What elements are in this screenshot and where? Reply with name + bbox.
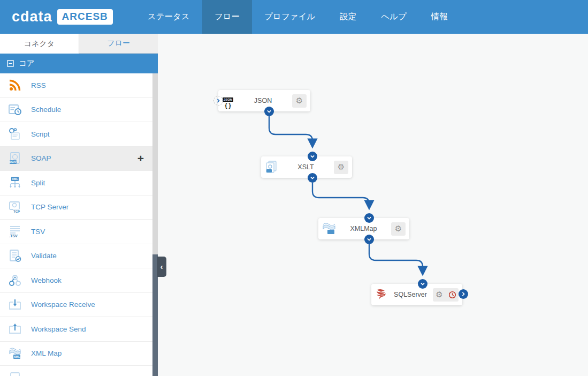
sidebar-tabs: コネクタ フロー [0,34,158,54]
node-label: SQLServer [388,291,433,298]
flow-node-sqlserver[interactable]: SQLServer ⚙ [371,284,462,305]
nav-menu: ステータス フロー プロファイル 設定 ヘルプ 情報 [135,0,460,34]
node-label: XMLMap [336,225,391,232]
connection-xmlmap-sqlserver [369,244,423,274]
xmlmap-output-port[interactable] [364,235,374,244]
flow-node-json[interactable]: JSON { } JSON ⚙ [218,90,310,111]
validate-icon [8,249,22,263]
list-item-partial[interactable] [0,366,152,376]
list-item-workspace-send[interactable]: Workspace Send [0,317,152,342]
list-item-workspace-receive[interactable]: Workspace Receive [0,293,152,318]
node-label: XSLT [278,163,334,171]
automation-disabled-clock-icon [448,291,456,299]
workspace-receive-icon [8,298,22,312]
automation-disabled-button[interactable] [446,291,459,299]
list-item-label: RSS [31,81,152,89]
nav-item-status[interactable]: ステータス [135,0,202,34]
connection-xslt-xmlmap [312,183,369,208]
node-settings-button[interactable]: ⚙ [292,94,307,108]
gear-icon: ⚙ [395,224,402,234]
webhook-icon [8,273,22,287]
list-item-label: Script [31,130,152,138]
nav-item-settings[interactable]: 設定 [327,0,369,34]
list-item-schedule[interactable]: Schedule [0,98,152,123]
brand-logo[interactable]: cdata ARCESB [12,0,113,34]
collapse-section-icon [7,60,14,67]
list-item-webhook[interactable]: Webhook [0,268,152,293]
sqlserver-output-port[interactable] [459,289,468,299]
svg-text:TCP: TCP [13,210,20,213]
add-connector-button[interactable]: + [138,153,144,164]
list-item-label: Webhook [31,276,152,284]
script-icon [8,127,22,141]
list-item-label: Schedule [31,106,152,114]
node-label: JSON [234,97,292,104]
chevron-down-icon [365,214,373,222]
list-item-label: Split [31,179,152,187]
tab-connectors[interactable]: コネクタ [0,34,79,54]
json-output-port[interactable] [264,107,274,116]
connector-list: RSS Schedule [0,73,152,376]
nav-item-info[interactable]: 情報 [419,0,460,34]
chevron-down-icon [265,108,273,115]
list-item-tsv[interactable]: .TSV TSV [0,220,152,244]
split-icon: XML [8,176,22,190]
list-item-label: Workspace Receive [31,300,152,309]
xslt-input-port[interactable] [308,152,317,161]
workspace-send-icon [8,322,22,336]
xslt-output-port[interactable] [308,173,317,183]
node-settings-button[interactable]: ⚙ [433,290,446,299]
flow-connections [158,34,588,376]
top-nav: cdata ARCESB ステータス フロー プロファイル 設定 ヘルプ 情報 [0,0,588,34]
rss-icon [8,78,22,92]
list-item-script[interactable]: Script [0,122,152,147]
flow-node-xslt[interactable]: XSLT ⚙ [261,156,352,178]
svg-text:XML: XML [12,177,18,181]
gear-icon: ⚙ [338,162,345,172]
nav-item-help[interactable]: ヘルプ [369,0,419,34]
flow-canvas[interactable]: JSON { } JSON ⚙ XSL [158,34,588,376]
list-item-label: SOAP [31,154,128,162]
svg-text:XML: XML [14,355,20,358]
node-settings-button[interactable]: ⚙ [334,161,348,174]
list-item-label: Validate [31,252,152,260]
chevron-down-icon [419,280,426,288]
list-item-label: XML Map [31,349,152,357]
sidebar-scrollbar[interactable] [152,73,158,376]
chevron-down-icon [309,153,316,160]
xmlmap-input-port[interactable] [364,213,374,223]
chevron-left-icon: ‹ [161,262,163,271]
soap-icon: SOAP [8,152,22,166]
chevron-down-icon [365,236,373,243]
tcp-server-icon: TCP [8,200,22,214]
chevron-right-icon [460,290,467,298]
partial-item-icon [8,371,22,376]
gear-icon: ⚙ [436,290,442,299]
list-item-split[interactable]: XML Split [0,171,152,195]
json-input-port[interactable] [213,96,223,106]
chevron-right-icon [215,97,222,104]
list-item-tcp-server[interactable]: TCP TCP Server [0,195,152,220]
list-item-rss[interactable]: RSS [0,73,152,98]
nav-item-profile[interactable]: プロファイル [252,0,327,34]
section-header-core[interactable]: コア [0,54,158,73]
xmlmap-icon [322,222,336,235]
sidebar-collapse-handle[interactable]: ‹ [157,257,166,277]
nav-item-flow[interactable]: フロー [202,0,252,34]
svg-text:.TSV: .TSV [9,234,18,238]
sqlserver-input-port[interactable] [418,279,427,289]
flow-node-xmlmap[interactable]: XMLMap ⚙ [318,218,409,239]
gear-icon: ⚙ [296,96,303,106]
schedule-icon [8,103,22,117]
list-item-validate[interactable]: Validate [0,244,152,269]
list-item-label: TCP Server [31,203,152,211]
tsv-icon: .TSV [8,224,22,238]
tab-flows[interactable]: フロー [79,34,158,54]
xml-map-icon: XML [8,347,22,360]
arcesb-badge: ARCESB [57,9,113,25]
sidebar: コネクタ フロー コア RSS [0,34,158,376]
list-item-soap[interactable]: SOAP SOAP + [0,147,152,171]
node-action-group: ⚙ [433,288,459,302]
node-settings-button[interactable]: ⚙ [391,222,406,236]
list-item-xml-map[interactable]: XML XML Map [0,342,152,366]
